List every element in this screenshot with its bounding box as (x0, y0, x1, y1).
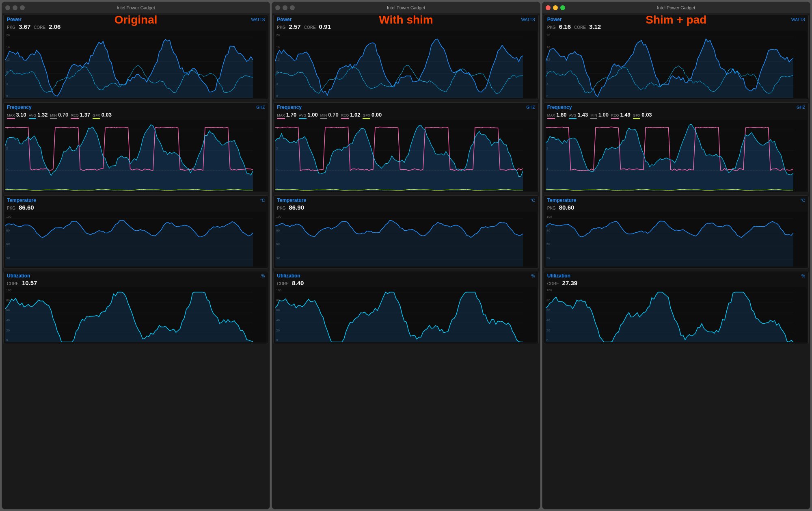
window-title: Intel Power Gadget (117, 5, 155, 10)
temp-pkg-value: 80.60 (559, 204, 574, 211)
util-stats: CORE27.39 (544, 279, 808, 287)
freq-label-min: MIN (50, 113, 57, 117)
core-value: 3.12 (589, 23, 601, 30)
temperature-panel: Temperature°CPKG86.90406080100 (273, 195, 538, 268)
traffic-light-grey[interactable] (13, 5, 17, 10)
svg-text:16: 16 (546, 45, 550, 49)
svg-text:100: 100 (546, 215, 552, 219)
power-stats: PKG6.16CORE3.12 (544, 23, 808, 31)
frequency-panel: FrequencyGHZMAX3.10AVG1.32MIN0.70REQ1.37… (3, 102, 268, 193)
freq-value-gfx: 0.03 (641, 112, 652, 118)
freq-label-avg: AVG (29, 113, 36, 117)
power-unit: WATTS (791, 17, 805, 22)
temp-stats: PKG80.60 (544, 204, 808, 212)
traffic-light-grey[interactable] (20, 5, 25, 10)
power-unit: WATTS (251, 17, 265, 22)
temp-unit: °C (530, 198, 535, 203)
freq-stat-req: REQ1.02 (341, 111, 361, 119)
freq-value-req: 1.37 (80, 112, 90, 118)
freq-stat-max: MAX1.70 (277, 111, 296, 119)
freq-stat-max: MAX3.10 (7, 111, 26, 119)
util-title: Utilization (7, 273, 30, 279)
freq-label-gfx: GFX (633, 113, 641, 117)
freq-value-avg: 1.43 (578, 112, 588, 118)
svg-text:20: 20 (276, 33, 280, 37)
freq-stat-min: MIN0.70 (320, 111, 339, 119)
freq-title: Frequency (277, 104, 302, 110)
freq-stat-gfx: GFX0.00 (363, 111, 382, 119)
util-stats: CORE10.57 (4, 279, 268, 287)
freq-label-max: MAX (277, 113, 285, 117)
freq-value-req: 1.49 (620, 112, 630, 118)
svg-text:16: 16 (276, 45, 280, 49)
util-title: Utilization (547, 273, 570, 279)
traffic-light-grey[interactable] (283, 5, 287, 10)
utilization-panel: Utilization%CORE10.57020406080100 (3, 271, 268, 344)
traffic-light-close[interactable] (546, 5, 551, 10)
freq-value-max: 1.80 (556, 112, 566, 118)
util-core-label: CORE (7, 281, 19, 286)
power-title: Power (277, 17, 292, 22)
utilization-panel: Utilization%CORE27.39020406080100 (544, 271, 809, 344)
freq-value-req: 1.02 (350, 112, 360, 118)
power-stats: PKG3.67CORE2.06 (4, 23, 268, 31)
frequency-panel: FrequencyGHZMAX1.80AVG1.43MIN1.00REQ1.49… (544, 102, 809, 193)
util-stats: CORE8.40 (274, 279, 538, 287)
temp-title: Temperature (277, 197, 306, 203)
svg-text:80: 80 (6, 299, 10, 302)
svg-text:100: 100 (276, 288, 282, 292)
core-label: CORE (304, 25, 316, 30)
svg-text:100: 100 (546, 288, 552, 292)
traffic-light-min[interactable] (553, 5, 558, 10)
traffic-light-max[interactable] (560, 5, 565, 10)
freq-stat-req: REQ1.49 (611, 111, 631, 119)
freq-stat-gfx: GFX0.03 (633, 111, 652, 119)
temp-unit: °C (801, 198, 805, 203)
temp-title: Temperature (7, 197, 36, 203)
traffic-light-grey[interactable] (290, 5, 295, 10)
freq-label-min: MIN (590, 113, 597, 117)
freq-label-gfx: GFX (93, 113, 100, 117)
freq-chart: 0123 (5, 120, 266, 191)
temp-pkg-label: PKG (277, 206, 285, 210)
pkg-label: PKG (547, 25, 556, 30)
utilization-panel: Utilization%CORE8.40020406080100 (273, 271, 538, 344)
power-unit: WATTS (521, 17, 535, 22)
temp-unit: °C (260, 198, 265, 203)
traffic-light-grey[interactable] (275, 5, 280, 10)
temp-pkg-value: 86.90 (289, 204, 304, 211)
freq-value-avg: 1.00 (308, 112, 318, 118)
temp-chart: 406080100 (5, 212, 266, 266)
freq-value-max: 3.10 (16, 112, 26, 118)
util-chart: 020406080100 (546, 287, 807, 342)
temp-pkg-label: PKG (7, 206, 15, 210)
freq-label-gfx: GFX (363, 113, 370, 117)
svg-text:100: 100 (6, 215, 12, 219)
pkg-value: 3.67 (19, 23, 30, 30)
freq-stat-avg: AVG1.32 (29, 111, 48, 119)
temp-pkg-label: PKG (547, 206, 556, 210)
freq-value-min: 0.70 (58, 112, 68, 118)
util-chart: 020406080100 (5, 287, 266, 342)
svg-text:3: 3 (6, 126, 8, 130)
freq-stats: MAX1.80AVG1.43MIN1.00REQ1.49GFX0.03 (544, 111, 808, 120)
freq-stat-avg: AVG1.43 (569, 111, 588, 119)
traffic-light-grey[interactable] (5, 5, 10, 10)
temp-title: Temperature (547, 197, 577, 203)
temp-stats: PKG86.60 (4, 204, 268, 212)
util-unit: % (531, 274, 535, 278)
freq-label-max: MAX (547, 113, 555, 117)
freq-stat-min: MIN1.00 (590, 111, 609, 119)
util-unit: % (801, 274, 805, 278)
freq-label-avg: AVG (299, 113, 306, 117)
power-chart: 048121620 (275, 31, 536, 98)
temperature-panel: Temperature°CPKG80.60406080100 (544, 195, 809, 268)
util-core-value: 10.57 (22, 279, 37, 286)
window-original: Intel Power GadgetOriginalPowerWATTSPKG3… (2, 2, 270, 509)
freq-label-max: MAX (7, 113, 15, 117)
freq-stats: MAX3.10AVG1.32MIN0.70REQ1.37GFX0.03 (4, 111, 268, 120)
power-panel: PowerWATTSPKG6.16CORE3.12048121620 (544, 15, 809, 100)
util-chart: 020406080100 (275, 287, 536, 342)
freq-title: Frequency (7, 104, 32, 110)
power-panel: PowerWATTSPKG3.67CORE2.06048121620 (3, 15, 268, 100)
